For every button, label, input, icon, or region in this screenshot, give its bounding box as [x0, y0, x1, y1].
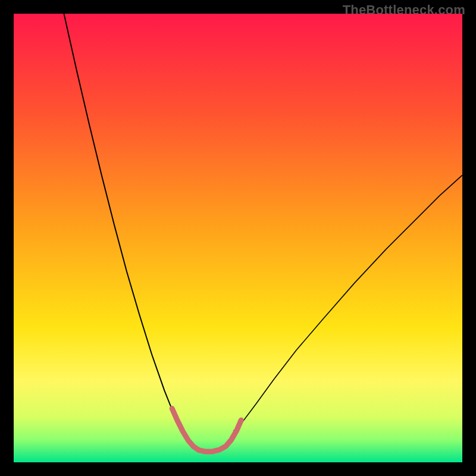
- series-highlight-segment: [172, 409, 241, 452]
- chart-frame: TheBottleneck.com: [0, 0, 476, 476]
- chart-plot-area: [14, 14, 462, 462]
- curves-layer: [14, 14, 462, 462]
- series-right-curve: [233, 175, 462, 431]
- series-left-curve: [64, 14, 183, 431]
